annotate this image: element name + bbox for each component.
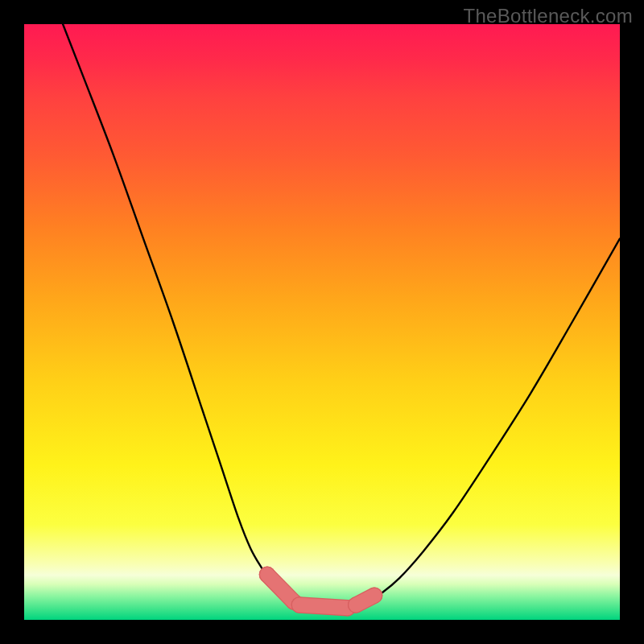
sausage-segment-1 [299,605,348,609]
bottleneck-curve-chart [24,24,620,620]
watermark-text: TheBottleneck.com [463,5,633,27]
sausage-segment-2 [356,596,374,605]
sausage-segment-0 [267,575,294,602]
bottleneck-curve [63,24,620,608]
plot-area [24,24,620,620]
chart-frame: TheBottleneck.com [0,0,644,644]
